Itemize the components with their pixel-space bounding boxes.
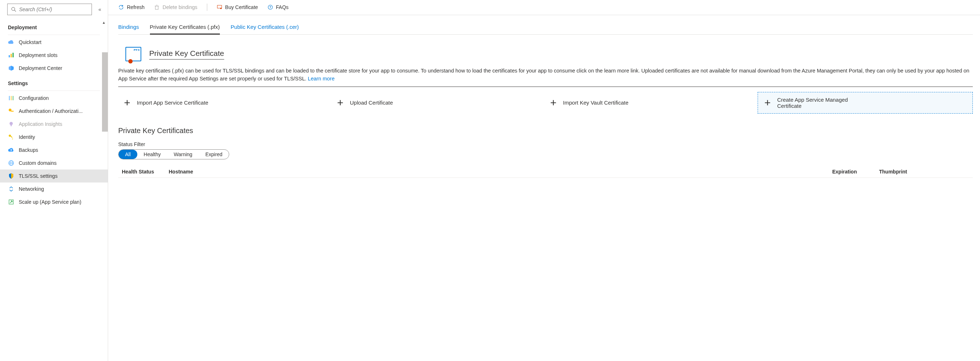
action-label: Create App Service Managed Certificate (777, 97, 856, 109)
svg-rect-17 (155, 6, 158, 9)
svg-rect-3 (11, 54, 12, 58)
sidebar-item-label: Deployment slots (19, 52, 57, 58)
refresh-label: Refresh (127, 4, 145, 10)
tab-bindings[interactable]: Bindings (118, 22, 139, 34)
sidebar-item-label: Scale up (App Service plan) (19, 199, 81, 205)
svg-rect-4 (13, 53, 14, 58)
action-label: Import App Service Certificate (137, 99, 208, 105)
page-content: Bindings Private Key Certificates (.pfx)… (108, 15, 980, 185)
sidebar-item-deployment-center[interactable]: Deployment Center (0, 62, 108, 75)
globe-icon (8, 160, 14, 166)
shield-icon (8, 173, 14, 179)
sidebar-item-label: Application Insights (19, 121, 62, 127)
action-label: Upload Certificate (350, 99, 393, 105)
description-body: Private key certificates (.pfx) can be u… (118, 68, 969, 81)
nav-list-settings: Configuration Authentication / Authoriza… (0, 92, 108, 208)
sidebar-item-label: Networking (19, 186, 44, 192)
sidebar-item-networking[interactable]: Networking (0, 182, 108, 195)
filter-healthy[interactable]: Healthy (137, 150, 167, 159)
toolbar: Refresh Delete bindings Buy Certificate … (108, 0, 980, 15)
delete-bindings-label: Delete bindings (162, 4, 197, 10)
certificate-icon (216, 4, 223, 10)
plus-icon: + (764, 97, 771, 108)
plus-icon: + (124, 97, 130, 108)
buy-certificate-button[interactable]: Buy Certificate (216, 4, 258, 10)
question-icon: ? (267, 4, 273, 10)
sidebar-item-identity[interactable]: Identity (0, 131, 108, 144)
certificate-actions: + Import App Service Certificate + Uploa… (118, 92, 973, 113)
tabs: Bindings Private Key Certificates (.pfx)… (118, 15, 973, 35)
section-header-deployment: Deployment (0, 19, 108, 33)
sidebar-item-label: Deployment Center (19, 65, 62, 71)
ribbon-icon (128, 59, 133, 64)
sidebar-item-label: TLS/SSL settings (19, 173, 58, 179)
filter-all[interactable]: All (119, 150, 137, 159)
delete-bindings-button: Delete bindings (154, 4, 197, 10)
page-title: Private Key Certificate (149, 49, 224, 59)
svg-line-1 (14, 10, 16, 11)
sidebar-item-label: Quickstart (19, 39, 41, 45)
search-box[interactable] (7, 3, 92, 15)
network-icon (8, 186, 14, 192)
hero: PFX Private Key Certificate (118, 47, 973, 61)
key-gold-icon (8, 134, 14, 140)
scroll-up-icon[interactable]: ▴ (101, 20, 106, 25)
filter-expired[interactable]: Expired (199, 150, 229, 159)
sidebar-search-row: « (0, 0, 108, 19)
sidebar: « ▴ Deployment Quickstart Deployment slo… (0, 0, 108, 361)
sidebar-item-quickstart[interactable]: Quickstart (0, 36, 108, 49)
create-app-service-managed-certificate-button[interactable]: + Create App Service Managed Certificate (757, 92, 973, 113)
refresh-button[interactable]: Refresh (118, 4, 145, 10)
scrollbar-thumb[interactable] (102, 52, 108, 132)
plus-icon: + (337, 97, 344, 108)
import-app-service-certificate-button[interactable]: + Import App Service Certificate (118, 92, 331, 113)
search-input[interactable] (19, 6, 89, 12)
package-icon (8, 65, 14, 72)
sidebar-item-application-insights[interactable]: Application Insights (0, 118, 108, 131)
learn-more-link[interactable]: Learn more (308, 76, 334, 81)
import-key-vault-certificate-button[interactable]: + Import Key Vault Certificate (545, 92, 757, 113)
column-hostname[interactable]: Hostname (169, 169, 356, 174)
column-expiration[interactable]: Expiration (832, 169, 879, 174)
tab-private-key-certificates[interactable]: Private Key Certificates (.pfx) (150, 22, 220, 35)
sidebar-item-tls-ssl-settings[interactable]: TLS/SSL settings (0, 169, 108, 182)
svg-rect-11 (11, 125, 12, 126)
tab-public-key-certificates[interactable]: Public Key Certificates (.cer) (231, 22, 299, 34)
svg-text:?: ? (269, 5, 271, 9)
sliders-icon (8, 95, 14, 101)
trash-icon (154, 4, 160, 10)
svg-point-12 (9, 134, 11, 137)
toolbar-separator (207, 3, 207, 11)
column-health-status[interactable]: Health Status (118, 169, 169, 174)
sidebar-item-configuration[interactable]: Configuration (0, 92, 108, 105)
svg-point-10 (10, 122, 13, 125)
description-text: Private key certificates (.pfx) can be u… (118, 67, 973, 86)
refresh-icon (118, 4, 124, 10)
search-icon (10, 6, 17, 13)
upload-certificate-button[interactable]: + Upload Certificate (331, 92, 544, 113)
status-filter-label: Status Filter (118, 141, 973, 147)
faqs-button[interactable]: ? FAQs (267, 4, 289, 10)
sidebar-item-backups[interactable]: Backups (0, 144, 108, 157)
collapse-sidebar-icon[interactable]: « (95, 6, 104, 12)
scale-up-icon (8, 199, 14, 205)
key-icon (8, 108, 14, 114)
sidebar-item-authentication[interactable]: Authentication / Authorizati... (0, 105, 108, 118)
sidebar-item-label: Backups (19, 147, 38, 153)
status-filter-segmented: All Healthy Warning Expired (118, 149, 229, 160)
divider (8, 35, 100, 35)
column-thumbprint[interactable]: Thumbprint (879, 169, 973, 174)
svg-rect-2 (9, 55, 10, 58)
slots-icon (8, 52, 14, 58)
certificates-table-header: Health Status Hostname Expiration Thumbp… (118, 166, 973, 178)
filter-warning[interactable]: Warning (167, 150, 199, 159)
svg-point-0 (11, 7, 15, 10)
cloud-arrow-icon (8, 147, 14, 153)
sidebar-item-label: Custom domains (19, 160, 57, 166)
buy-certificate-label: Buy Certificate (225, 4, 258, 10)
sidebar-item-deployment-slots[interactable]: Deployment slots (0, 49, 108, 62)
sidebar-item-custom-domains[interactable]: Custom domains (0, 157, 108, 169)
list-title: Private Key Certificates (118, 126, 973, 135)
cloud-upload-icon (8, 39, 14, 45)
sidebar-item-scale-up[interactable]: Scale up (App Service plan) (0, 195, 108, 208)
